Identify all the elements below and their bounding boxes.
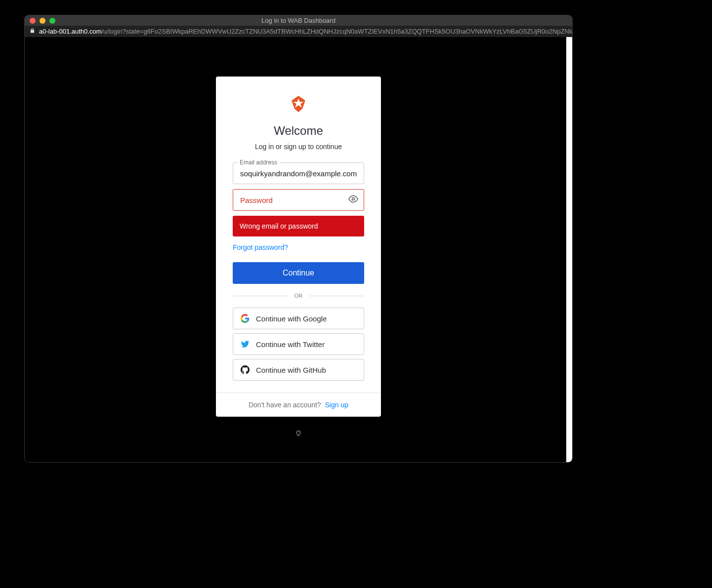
lock-icon (30, 28, 35, 35)
login-card: Welcome Log in or sign up to continue Em… (216, 77, 381, 417)
browser-window: Log in to WAB Dashboard a0-lab-001.auth0… (25, 15, 572, 462)
google-icon (240, 314, 250, 323)
twitter-button-label: Continue with Twitter (256, 340, 325, 349)
email-label: Email address (238, 159, 279, 166)
google-button-label: Continue with Google (256, 314, 327, 323)
password-input[interactable] (233, 189, 364, 211)
divider-line-right (309, 296, 364, 296)
error-banner: Wrong email or password (233, 216, 364, 236)
url-domain: a0-lab-001.auth0.com (39, 28, 101, 35)
window-title: Log in to WAB Dashboard (25, 17, 572, 24)
page-title: Welcome (274, 124, 323, 138)
card-footer: Don't have an account? Sign up (216, 392, 381, 417)
url-path: /u/login?state=g6Fo2SBIWkpaREhDWWVwU2Zzc… (101, 28, 572, 35)
divider-line-left (233, 296, 288, 296)
signup-link[interactable]: Sign up (325, 401, 348, 409)
auth0-badge-icon (294, 429, 303, 437)
minimize-window-button[interactable] (40, 18, 45, 24)
github-button-label: Continue with GitHub (256, 366, 326, 374)
traffic-lights (25, 18, 55, 24)
page-subtitle: Log in or sign up to continue (255, 143, 342, 151)
or-divider: OR (233, 293, 364, 299)
show-password-icon[interactable] (348, 194, 358, 206)
signup-prompt: Don't have an account? (249, 401, 321, 409)
page-content: Welcome Log in or sign up to continue Em… (25, 37, 572, 462)
auth0-logo-icon (288, 92, 309, 114)
url-bar[interactable]: a0-lab-001.auth0.com /u/login?state=g6Fo… (25, 26, 572, 37)
continue-with-github-button[interactable]: Continue with GitHub (233, 359, 364, 381)
github-icon (240, 365, 250, 375)
email-field-wrapper: Email address (233, 162, 364, 184)
close-window-button[interactable] (30, 18, 36, 24)
continue-with-google-button[interactable]: Continue with Google (233, 308, 364, 329)
forgot-password-link[interactable]: Forgot password? (233, 243, 288, 251)
divider-label: OR (288, 293, 310, 299)
twitter-icon (240, 339, 250, 349)
title-bar: Log in to WAB Dashboard (25, 15, 572, 26)
svg-point-0 (352, 198, 355, 200)
scrollbar-track[interactable] (566, 37, 572, 462)
continue-button[interactable]: Continue (233, 262, 364, 284)
password-field-wrapper (233, 189, 364, 211)
continue-with-twitter-button[interactable]: Continue with Twitter (233, 333, 364, 355)
maximize-window-button[interactable] (49, 18, 55, 24)
